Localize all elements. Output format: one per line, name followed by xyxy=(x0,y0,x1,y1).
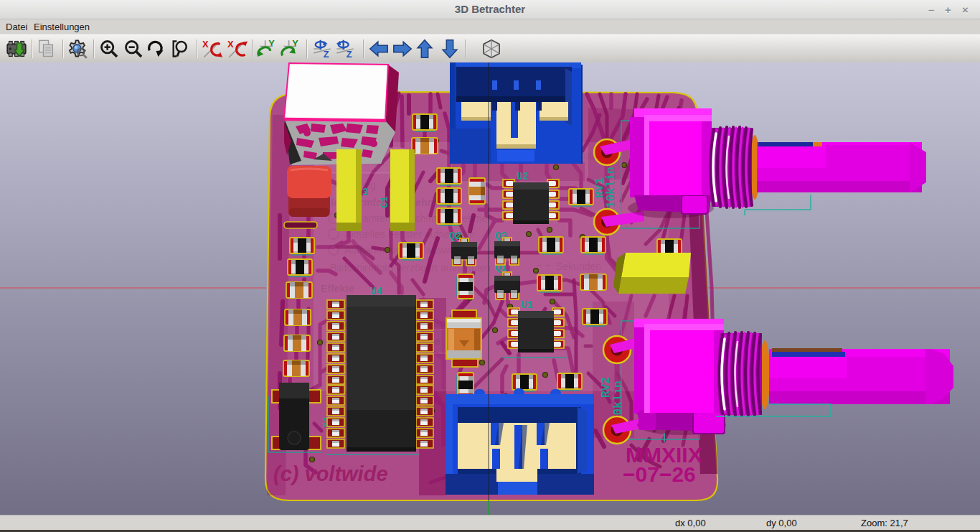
svg-text:Y: Y xyxy=(292,39,298,49)
svg-text:Sekunden: Sekunden xyxy=(556,261,601,272)
svg-text:Y: Y xyxy=(268,39,275,49)
svg-text:RV2: RV2 xyxy=(600,377,613,398)
svg-text:(c) voltwide: (c) voltwide xyxy=(273,462,388,485)
svg-text:U2: U2 xyxy=(517,171,529,182)
svg-text:− +: − + xyxy=(537,259,551,271)
svg-text:Gesamten Bildschirm aufnehmen: Gesamten Bildschirm aufnehmen xyxy=(344,213,493,224)
svg-text:Effekte: Effekte xyxy=(321,283,354,294)
svg-text:−07−26: −07−26 xyxy=(623,462,696,486)
svg-text:C1: C1 xyxy=(379,196,390,208)
svg-text:10klin: 10klin xyxy=(605,167,618,208)
svg-text:U1: U1 xyxy=(521,299,533,311)
svg-text:3: 3 xyxy=(362,187,368,198)
svg-text:X: X xyxy=(202,39,209,50)
svg-text:X: X xyxy=(227,39,234,50)
